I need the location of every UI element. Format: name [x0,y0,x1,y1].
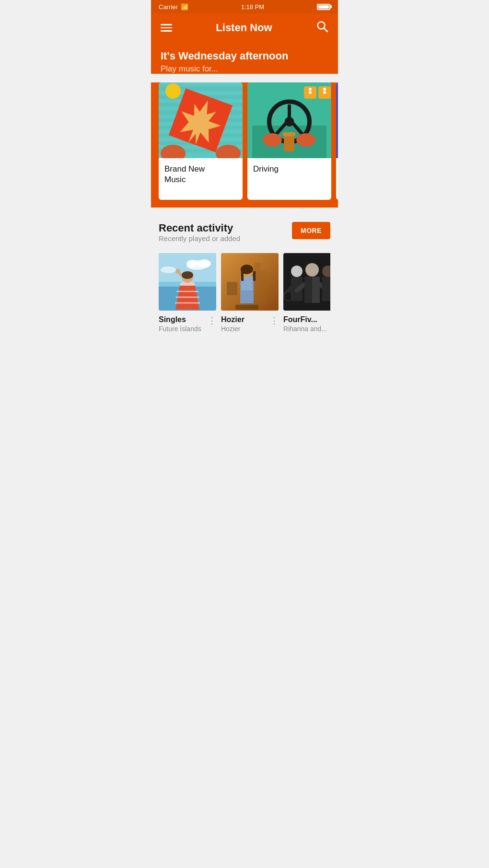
svg-point-78 [291,266,303,277]
svg-point-54 [161,266,176,273]
section-gap [151,208,338,212]
card-boosting[interactable]: Boosting Your E... [336,82,338,200]
status-left: Carrier 📶 [159,3,188,11]
page-title: Listen Now [216,22,272,34]
svg-rect-76 [235,305,258,310]
svg-rect-73 [241,271,244,281]
card-art-driving [247,82,331,158]
album-item-hozier[interactable]: Hozier Hozier ⋮ [221,253,279,333]
card-label-driving: Driving [247,158,331,182]
time-heading: It's Wednesday afternoon [161,50,328,62]
album-art-fourfive [283,253,330,311]
recent-activity-section: Recent activity Recently played or added… [151,212,338,333]
album-info-fourfive: FourFiv... Rihanna and... ⋮ [283,315,330,333]
page: Carrier 📶 1:18 PM Listen Now It's Wednes… [151,0,338,868]
time-section: It's Wednesday afternoon Play music for.… [151,45,338,74]
album-text-fourfive: FourFiv... Rihanna and... [283,315,329,333]
card-brand-new-music[interactable]: Brand New Music [159,82,243,200]
svg-point-52 [198,259,211,268]
svg-rect-67 [255,263,260,301]
hamburger-menu-icon[interactable] [161,24,172,32]
cards-section: Brand New Music [151,82,338,208]
svg-point-40 [309,91,312,94]
album-art-hozier [221,253,279,311]
cards-row: Brand New Music [151,82,338,200]
status-bar: Carrier 📶 1:18 PM [151,0,338,13]
more-button[interactable]: MORE [292,222,330,239]
album-artist-hozier: Hozier [221,325,267,333]
album-name-singles: Singles [159,315,205,324]
svg-rect-36 [284,134,294,151]
svg-rect-74 [253,271,256,281]
svg-point-35 [296,133,315,147]
svg-point-42 [309,88,312,91]
svg-point-34 [263,133,282,147]
status-right [317,4,330,10]
album-name-hozier: Hozier [221,315,267,324]
card-label-brand-new-music: Brand New Music [159,158,243,193]
album-text-singles: Singles Future Islands [159,315,205,333]
album-artist-singles: Future Islands [159,325,205,333]
recent-header: Recent activity Recently played or added… [159,222,330,251]
recent-title-group: Recent activity Recently played or added [159,222,240,251]
album-name-fourfive: FourFiv... [283,315,329,324]
card-label-boosting: Boosting Your E... [336,158,338,200]
status-time: 1:18 PM [241,3,264,11]
card-art-brand-new-music [159,82,243,158]
svg-point-81 [284,291,292,301]
album-grid: Singles Future Islands ⋮ [159,253,330,333]
card-art-boosting [336,82,338,158]
album-artist-fourfive: Rihanna and... [283,325,329,333]
svg-point-43 [323,88,326,91]
search-button[interactable] [316,20,328,35]
battery-icon [317,4,330,10]
svg-point-63 [175,269,180,274]
recent-title: Recent activity [159,222,240,234]
card-driving[interactable]: Driving [247,82,331,200]
recent-subtitle: Recently played or added [159,234,240,243]
album-more-fourfive[interactable]: ⋮ [329,315,330,326]
svg-rect-44 [336,82,338,158]
svg-point-24 [165,83,181,99]
svg-line-1 [324,28,328,32]
album-info-hozier: Hozier Hozier ⋮ [221,315,279,333]
svg-rect-88 [322,277,330,301]
svg-rect-37 [283,132,295,136]
svg-rect-68 [260,270,266,301]
album-more-singles[interactable]: ⋮ [205,315,216,326]
svg-point-64 [182,271,193,279]
svg-point-82 [305,263,319,277]
time-subheading: Play music for... [161,64,328,74]
svg-point-53 [186,260,198,267]
album-more-hozier[interactable]: ⋮ [267,315,279,326]
svg-rect-75 [227,282,237,295]
header: Listen Now [151,13,338,45]
album-item-singles[interactable]: Singles Future Islands ⋮ [159,253,216,333]
svg-rect-86 [304,277,312,303]
album-item-fourfive[interactable]: FourFiv... Rihanna and... ⋮ [283,253,330,333]
album-art-singles [159,253,216,311]
carrier-label: Carrier [159,3,178,11]
album-info-singles: Singles Future Islands ⋮ [159,315,216,333]
wifi-icon: 📶 [181,3,188,11]
album-text-hozier: Hozier Hozier [221,315,267,333]
svg-point-41 [323,91,326,94]
